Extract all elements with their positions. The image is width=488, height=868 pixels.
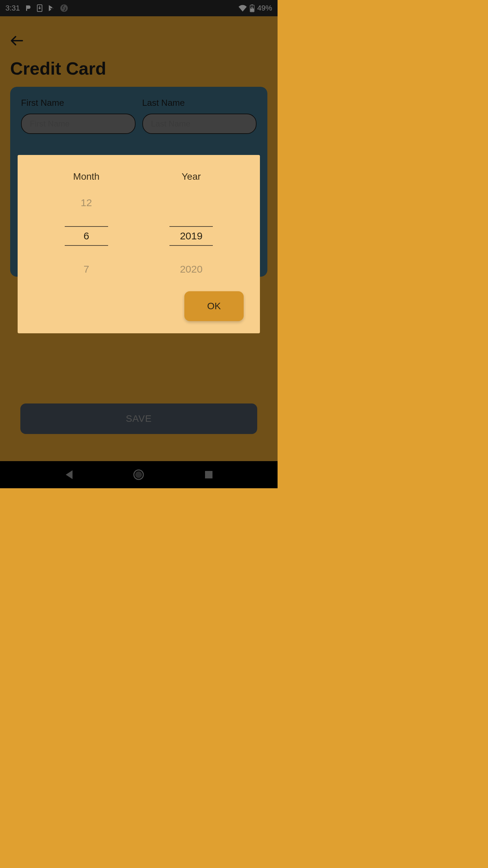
year-picker-column: Year 2019 2020 — [139, 171, 244, 279]
month-picker-column: Month 12 6 7 — [34, 171, 139, 279]
month-picker-selected[interactable]: 6 — [65, 226, 108, 246]
month-picker-prev[interactable]: 12 — [65, 193, 108, 213]
date-picker-dialog: Month 12 6 7 Year 2019 2020 — [18, 155, 260, 333]
month-picker-next[interactable]: 7 — [65, 259, 108, 279]
modal-overlay[interactable]: Month 12 6 7 Year 2019 2020 — [0, 0, 278, 488]
year-picker-next[interactable]: 2020 — [169, 259, 213, 279]
year-picker-wheel[interactable]: 2019 2020 — [169, 193, 213, 279]
month-picker-label: Month — [73, 171, 100, 182]
year-picker-selected[interactable]: 2019 — [169, 226, 213, 246]
year-picker-prev — [169, 193, 213, 213]
ok-button[interactable]: OK — [184, 291, 244, 321]
picker-row: Month 12 6 7 Year 2019 2020 — [34, 171, 244, 279]
year-picker-label: Year — [182, 171, 201, 182]
ok-button-label: OK — [207, 301, 221, 312]
month-picker-wheel[interactable]: 12 6 7 — [65, 193, 108, 279]
